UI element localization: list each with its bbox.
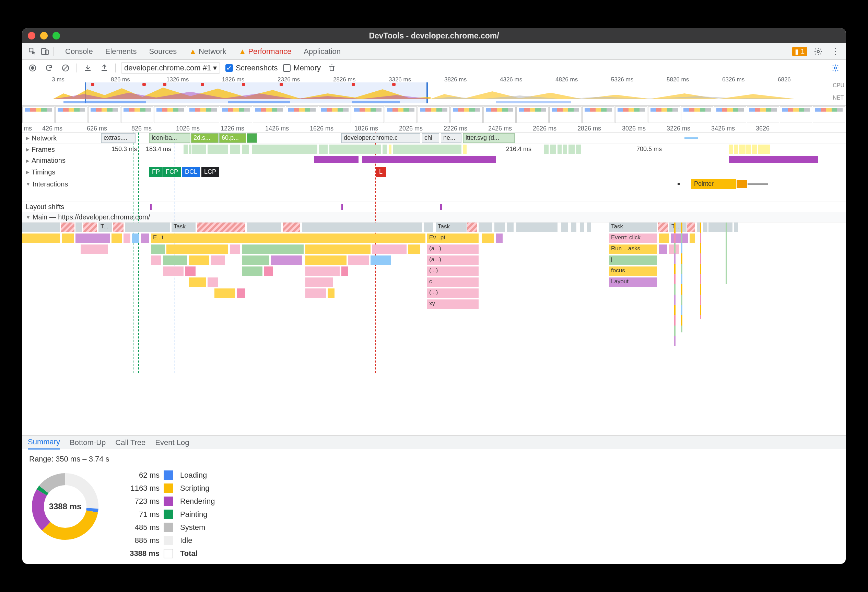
timings-track-body[interactable]: FP FCP DCL LCP L: [101, 166, 846, 178]
flame-event[interactable]: Event: click: [609, 234, 657, 243]
filmstrip-thumb[interactable]: [319, 107, 351, 123]
timings-track[interactable]: ▶Timings FP FCP DCL LCP L: [22, 166, 846, 178]
flame-event[interactable]: [151, 244, 165, 254]
flame-event[interactable]: (a...): [427, 244, 478, 254]
interactions-track-label[interactable]: ▼Interactions: [22, 178, 101, 190]
frame[interactable]: [729, 145, 733, 154]
filmstrip-thumb[interactable]: [549, 107, 582, 123]
flame-event[interactable]: [132, 234, 139, 243]
memory-checkbox[interactable]: Memory: [283, 64, 320, 73]
flame-event[interactable]: j: [609, 256, 657, 265]
flame-event[interactable]: Ev...pt: [427, 234, 478, 243]
filmstrip-thumb[interactable]: [747, 107, 779, 123]
layout-shifts-track-label[interactable]: Layout shifts: [22, 202, 101, 212]
filmstrip-thumb[interactable]: [286, 107, 318, 123]
flame-task[interactable]: [424, 222, 433, 232]
frame[interactable]: [463, 145, 466, 154]
animations-track[interactable]: ▶Animations: [22, 155, 846, 166]
fcp-badge[interactable]: FCP: [163, 167, 181, 177]
tab-call-tree[interactable]: Call Tree: [115, 436, 145, 450]
flame-event[interactable]: [659, 234, 669, 243]
flame-event[interactable]: [306, 244, 371, 254]
frame[interactable]: [734, 145, 738, 154]
flame-event[interactable]: [141, 234, 149, 243]
filmstrip-thumb[interactable]: [483, 107, 516, 123]
frame[interactable]: [242, 145, 249, 154]
flame-long-task[interactable]: [61, 222, 74, 232]
flame-event[interactable]: [242, 256, 269, 265]
flame-event[interactable]: [124, 234, 130, 243]
flame-event[interactable]: [659, 244, 667, 254]
frame[interactable]: [758, 145, 770, 154]
frame[interactable]: [189, 145, 192, 154]
filmstrip-thumb[interactable]: [418, 107, 450, 123]
flame-event[interactable]: [81, 244, 108, 254]
network-request[interactable]: [247, 133, 257, 143]
filmstrip-thumb[interactable]: [813, 107, 845, 123]
flame-event[interactable]: [211, 256, 225, 265]
minimize-window-button[interactable]: [40, 32, 48, 40]
frames-track[interactable]: ▶Frames 150.3 ms 183.4 ms 216.4 ms: [22, 144, 846, 155]
flame-event[interactable]: [348, 256, 369, 265]
filmstrip-thumb[interactable]: [22, 107, 55, 123]
flame-long-task[interactable]: [658, 222, 668, 232]
filmstrip-thumb[interactable]: [88, 107, 120, 123]
flame-task[interactable]: [703, 222, 707, 232]
network-request[interactable]: [685, 138, 698, 139]
flame-long-task[interactable]: [197, 222, 245, 232]
filmstrip-thumb[interactable]: [55, 107, 87, 123]
flame-event[interactable]: [230, 244, 240, 254]
main-thread-header[interactable]: ▼Main — https://developer.chrome.com/: [22, 212, 846, 222]
network-track-body[interactable]: extras.... icon-ba... 2d.s... 60.p... de…: [101, 133, 846, 144]
flame-event[interactable]: [167, 244, 228, 254]
more-menu-icon[interactable]: ⋮: [829, 45, 841, 58]
filmstrip-thumb[interactable]: [681, 107, 713, 123]
tab-application[interactable]: Application: [297, 43, 347, 60]
flame-task[interactable]: [247, 222, 281, 232]
animation-bar[interactable]: [729, 156, 818, 163]
tab-summary[interactable]: Summary: [28, 436, 60, 450]
flame-event[interactable]: [22, 234, 60, 243]
load-badge[interactable]: L: [376, 167, 386, 177]
flame-event[interactable]: [214, 289, 235, 298]
flame-event[interactable]: [328, 289, 335, 298]
flame-event[interactable]: xy: [427, 299, 478, 309]
garbage-collect-button[interactable]: [326, 62, 337, 74]
network-request[interactable]: developer.chrome.c: [341, 133, 420, 143]
frame[interactable]: [230, 145, 240, 154]
flame-event[interactable]: [341, 266, 348, 276]
inspect-element-icon[interactable]: [27, 45, 39, 58]
network-request[interactable]: icon-ba...: [149, 133, 190, 143]
flame-event[interactable]: [242, 266, 263, 276]
flame-event[interactable]: [75, 234, 110, 243]
frame[interactable]: [752, 145, 757, 154]
flame-event[interactable]: Layout: [609, 277, 657, 287]
flame-event[interactable]: [185, 266, 196, 276]
flame-task[interactable]: [75, 222, 82, 232]
flame-task[interactable]: [734, 222, 738, 232]
filmstrip-thumb[interactable]: [187, 107, 219, 123]
filmstrip-thumb[interactable]: [220, 107, 252, 123]
flame-event[interactable]: [242, 244, 304, 254]
lcp-badge[interactable]: LCP: [201, 167, 219, 177]
flame-task[interactable]: [561, 222, 568, 232]
flame-task[interactable]: [507, 222, 514, 232]
flame-event[interactable]: [271, 256, 302, 265]
flame-event[interactable]: [163, 256, 187, 265]
flame-event[interactable]: [671, 234, 688, 243]
frame[interactable]: [558, 145, 562, 154]
frame[interactable]: [544, 145, 549, 154]
flame-task[interactable]: T...: [99, 222, 112, 232]
flame-long-task[interactable]: [687, 222, 695, 232]
flame-task[interactable]: Task: [171, 222, 196, 232]
flame-event[interactable]: [689, 234, 695, 243]
flame-task[interactable]: [516, 222, 558, 232]
network-request[interactable]: 2d.s...: [191, 133, 218, 143]
flame-long-task[interactable]: [83, 222, 97, 232]
flame-task[interactable]: [709, 222, 732, 232]
reload-record-button[interactable]: [44, 62, 55, 74]
network-request[interactable]: 60.p...: [219, 133, 246, 143]
flame-event[interactable]: [112, 234, 122, 243]
flame-event[interactable]: [306, 277, 333, 287]
maximize-window-button[interactable]: [53, 32, 60, 40]
